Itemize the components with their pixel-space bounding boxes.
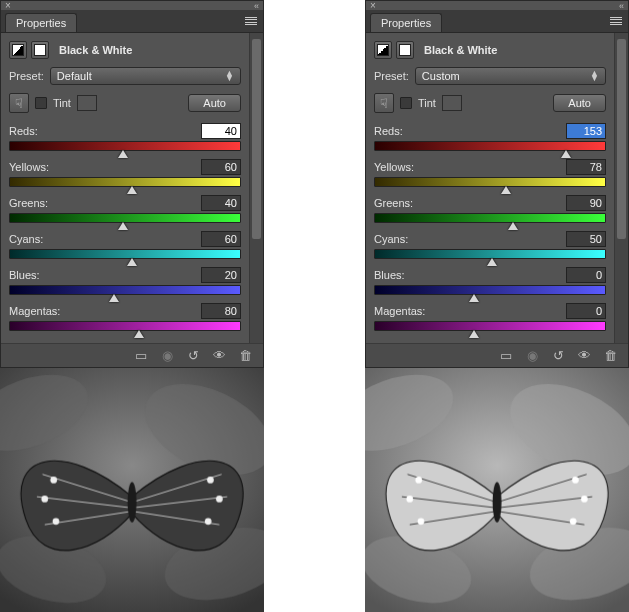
tint-color-swatch[interactable] bbox=[442, 95, 462, 111]
magentas-slider[interactable] bbox=[9, 321, 241, 331]
reds-thumb[interactable] bbox=[561, 150, 571, 158]
view-previous-icon[interactable]: ◉ bbox=[159, 348, 175, 364]
cyans-label: Cyans: bbox=[374, 233, 408, 245]
svg-point-16 bbox=[205, 518, 212, 525]
magentas-thumb[interactable] bbox=[134, 330, 144, 338]
adjustment-type-icon[interactable] bbox=[374, 41, 392, 59]
tab-properties[interactable]: Properties bbox=[370, 13, 442, 32]
cyans-value[interactable]: 50 bbox=[566, 231, 606, 247]
greens-thumb[interactable] bbox=[118, 222, 128, 230]
clip-to-layer-icon[interactable]: ▭ bbox=[133, 348, 149, 364]
greens-value[interactable]: 90 bbox=[566, 195, 606, 211]
delete-icon[interactable]: 🗑 bbox=[602, 348, 618, 364]
reds-value[interactable]: 40 bbox=[201, 123, 241, 139]
scrollbar[interactable] bbox=[614, 33, 628, 343]
greens-value[interactable]: 40 bbox=[201, 195, 241, 211]
magentas-label: Magentas: bbox=[374, 305, 425, 317]
tab-bar: Properties bbox=[366, 11, 628, 33]
dropdown-arrow-icon: ▲▼ bbox=[225, 71, 234, 81]
tint-checkbox[interactable] bbox=[400, 97, 412, 109]
cyans-slider[interactable] bbox=[9, 249, 241, 259]
collapse-icon[interactable]: « bbox=[619, 1, 624, 11]
svg-point-34 bbox=[570, 518, 577, 525]
adjustment-header: Black & White bbox=[374, 41, 606, 59]
properties-panel: × « Properties Black & White Preset: Cus… bbox=[365, 0, 629, 368]
svg-point-35 bbox=[493, 482, 502, 522]
yellows-slider[interactable] bbox=[374, 177, 606, 187]
blues-slider[interactable] bbox=[374, 285, 606, 295]
magentas-label: Magentas: bbox=[9, 305, 60, 317]
delete-icon[interactable]: 🗑 bbox=[237, 348, 253, 364]
toggle-visibility-icon[interactable]: 👁 bbox=[576, 348, 592, 364]
reds-value[interactable]: 153 bbox=[566, 123, 606, 139]
yellows-label: Yellows: bbox=[9, 161, 49, 173]
panel-header-strip: × « bbox=[366, 1, 628, 11]
magentas-slider[interactable] bbox=[374, 321, 606, 331]
preset-select[interactable]: Default ▲▼ bbox=[50, 67, 241, 85]
cyans-slider[interactable] bbox=[374, 249, 606, 259]
svg-point-17 bbox=[128, 482, 137, 522]
adjustment-type-icon[interactable] bbox=[9, 41, 27, 59]
scrollbar-thumb[interactable] bbox=[252, 39, 261, 239]
reds-thumb[interactable] bbox=[118, 150, 128, 158]
greens-slider[interactable] bbox=[9, 213, 241, 223]
panel-header-strip: × « bbox=[1, 1, 263, 11]
tint-color-swatch[interactable] bbox=[77, 95, 97, 111]
reds-slider[interactable] bbox=[9, 141, 241, 151]
cyans-thumb[interactable] bbox=[487, 258, 497, 266]
targeted-adjust-icon[interactable]: ☟ bbox=[9, 93, 29, 113]
yellows-label: Yellows: bbox=[374, 161, 414, 173]
blues-label: Blues: bbox=[9, 269, 40, 281]
yellows-value[interactable]: 60 bbox=[201, 159, 241, 175]
view-previous-icon[interactable]: ◉ bbox=[524, 348, 540, 364]
yellows-thumb[interactable] bbox=[501, 186, 511, 194]
reds-slider[interactable] bbox=[374, 141, 606, 151]
reds-label: Reds: bbox=[374, 125, 403, 137]
blues-slider[interactable] bbox=[9, 285, 241, 295]
blues-value[interactable]: 0 bbox=[566, 267, 606, 283]
panel-footer: ▭ ◉ ↺ 👁 🗑 bbox=[1, 343, 263, 367]
collapse-icon[interactable]: « bbox=[254, 1, 259, 11]
greens-slider[interactable] bbox=[374, 213, 606, 223]
layer-mask-icon[interactable] bbox=[31, 41, 49, 59]
greens-thumb[interactable] bbox=[508, 222, 518, 230]
auto-button[interactable]: Auto bbox=[188, 94, 241, 112]
reset-icon[interactable]: ↺ bbox=[185, 348, 201, 364]
scrollbar-thumb[interactable] bbox=[617, 39, 626, 239]
targeted-adjust-icon[interactable]: ☟ bbox=[374, 93, 394, 113]
magentas-thumb[interactable] bbox=[469, 330, 479, 338]
close-icon[interactable]: × bbox=[5, 0, 11, 11]
svg-point-33 bbox=[581, 496, 588, 503]
panel-menu-icon[interactable] bbox=[243, 15, 259, 27]
scrollbar[interactable] bbox=[249, 33, 263, 343]
blues-thumb[interactable] bbox=[469, 294, 479, 302]
svg-point-15 bbox=[216, 496, 223, 503]
yellows-value[interactable]: 78 bbox=[566, 159, 606, 175]
blues-thumb[interactable] bbox=[109, 294, 119, 302]
yellows-slider[interactable] bbox=[9, 177, 241, 187]
blues-label: Blues: bbox=[374, 269, 405, 281]
tab-properties[interactable]: Properties bbox=[5, 13, 77, 32]
adjustment-title: Black & White bbox=[424, 44, 497, 56]
svg-point-11 bbox=[50, 477, 57, 484]
preview-image bbox=[0, 368, 264, 612]
close-icon[interactable]: × bbox=[370, 0, 376, 11]
auto-button[interactable]: Auto bbox=[553, 94, 606, 112]
clip-to-layer-icon[interactable]: ▭ bbox=[498, 348, 514, 364]
cyans-thumb[interactable] bbox=[127, 258, 137, 266]
layer-mask-icon[interactable] bbox=[396, 41, 414, 59]
preset-value: Custom bbox=[422, 70, 460, 82]
reset-icon[interactable]: ↺ bbox=[550, 348, 566, 364]
blues-value[interactable]: 20 bbox=[201, 267, 241, 283]
panel-menu-icon[interactable] bbox=[608, 15, 624, 27]
cyans-value[interactable]: 60 bbox=[201, 231, 241, 247]
properties-panel: × « Properties Black & White Preset: Def… bbox=[0, 0, 264, 368]
magentas-value[interactable]: 0 bbox=[566, 303, 606, 319]
tint-checkbox[interactable] bbox=[35, 97, 47, 109]
yellows-thumb[interactable] bbox=[127, 186, 137, 194]
toggle-visibility-icon[interactable]: 👁 bbox=[211, 348, 227, 364]
magentas-value[interactable]: 80 bbox=[201, 303, 241, 319]
preset-select[interactable]: Custom ▲▼ bbox=[415, 67, 606, 85]
adjustment-title: Black & White bbox=[59, 44, 132, 56]
preset-label: Preset: bbox=[9, 70, 44, 82]
